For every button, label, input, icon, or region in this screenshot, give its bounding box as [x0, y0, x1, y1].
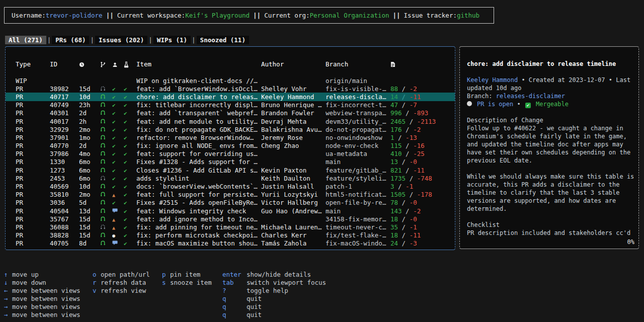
table-row[interactable]: PR 32929 2mo ✔ ✔ fix: do not propagate G… — [6, 125, 455, 133]
tab-all[interactable]: All (271) — [5, 36, 46, 44]
table-row[interactable]: PR 37901 1mo ✔ ✔ refactor: remove Browse… — [6, 133, 455, 141]
merge-status-icon — [100, 126, 106, 132]
row-type: PR — [16, 183, 50, 190]
ci-status-cell: ✔ — [124, 183, 136, 190]
tab-snoozed[interactable]: Snoozed (11) — [197, 36, 249, 44]
ci-status-cell: ✔ — [124, 223, 136, 231]
table-row[interactable]: PR 40017 2h ✔ ✔ feat: add net module to … — [6, 117, 455, 125]
row-branch: html5-notificat… — [326, 191, 390, 198]
row-type: PR — [16, 215, 50, 223]
row-age: 2h — [79, 118, 100, 125]
tab-separator: | — [46, 36, 52, 44]
row-type: PR — [16, 223, 50, 231]
pr-table-panel[interactable]: Type ID Item Author Branch WIP WIP on gi… — [5, 46, 455, 250]
table-row[interactable]: PR 40717 10d ✔ ✔ chore: add disclaimer t… — [6, 93, 455, 101]
row-age: 5d — [79, 199, 100, 206]
check-icon: ✔ — [124, 94, 127, 101]
help-key: v — [93, 287, 101, 295]
review-status-cell: ✔ — [112, 142, 124, 149]
row-branch: fix-is-visible-… — [326, 85, 390, 93]
row-author: Kevin Paxton — [261, 167, 326, 174]
help-label: show/hide details — [247, 271, 311, 279]
row-author: Devraj Mehta — [261, 118, 326, 125]
table-row[interactable]: PR 3036 5d ✔ ✔ Fixes #2515 - Adds openFi… — [6, 199, 455, 207]
check-icon: ✔ — [112, 200, 116, 206]
row-age: 8d — [79, 239, 100, 247]
check-icon: ✔ — [112, 159, 116, 166]
col-header-id: ID — [50, 60, 79, 68]
table-row[interactable]: PR 35810 2mo ▲ ✔ feat: full support for … — [6, 191, 455, 199]
check-icon: ✔ — [124, 184, 127, 190]
row-type: WIP — [16, 77, 50, 85]
help-key: p — [162, 271, 170, 279]
row-author: Bruno Henrique … — [261, 101, 326, 109]
review-status-cell: ✔ — [112, 93, 124, 101]
pr-branch-link[interactable]: releases-disclaimer — [496, 93, 565, 100]
table-row[interactable]: PR 1330 6mo ✔ ✔ Fixes #1328 - Adds suppo… — [6, 158, 455, 166]
table-row[interactable]: PR 40705 8d ✔ fix: macOS maximize button… — [6, 239, 455, 248]
review-status-cell: ▲ — [112, 215, 124, 223]
check-icon: ✔ — [124, 240, 127, 247]
row-branch: fix-macOS-windo… — [326, 239, 390, 247]
help-label: quit — [247, 295, 262, 303]
ci-status-cell: ✔ — [124, 215, 136, 223]
help-entry: →move between views — [4, 295, 93, 303]
table-row[interactable]: PR 40569 10d ✔ ✔ docs: `browserView.webC… — [6, 182, 455, 190]
help-key: q — [222, 295, 247, 303]
table-row[interactable]: WIP WIP on gitkraken-client-docs //… ori… — [6, 76, 455, 85]
row-title: Closes #1236 - Add GitLab API s… — [136, 167, 261, 174]
table-row[interactable]: PR 1273 6mo ✔ ✔ Closes #1236 - Add GitLa… — [6, 166, 455, 174]
check-icon: ✔ — [124, 232, 127, 239]
merge-status-icon — [100, 167, 106, 173]
table-row[interactable]: PR 37986 4mo ✔ ✔ feat: support for overr… — [6, 150, 455, 158]
pr-details-panel[interactable]: chore: add disclaimer to release timelin… — [459, 46, 639, 249]
row-type: PR — [16, 85, 50, 93]
table-row[interactable]: PR 40504 13d ✔ feat: Windows integrity c… — [6, 207, 455, 215]
row-author: Balakrishna Avu… — [261, 126, 326, 133]
row-age: 4mo — [79, 150, 100, 157]
col-header-author: Author — [261, 60, 326, 68]
check-icon: ✔ — [124, 216, 127, 223]
row-branch: releases-discla… — [326, 93, 390, 101]
tab-issues[interactable]: Issues (202) — [95, 36, 147, 44]
row-branch: feature/gitLab_… — [326, 167, 390, 174]
merge-status-cell — [100, 126, 112, 133]
help-entry: →move between views — [4, 303, 93, 311]
row-type: PR — [16, 134, 50, 141]
check-icon: ✔ — [124, 110, 127, 117]
row-branch: webview-transpa… — [326, 109, 390, 117]
help-label: switch viewport focus — [247, 279, 326, 287]
help-key: r — [93, 279, 101, 287]
row-title: Fixes #1328 - Adds support for … — [136, 158, 261, 166]
row-diffstat: 24 / -3 — [390, 239, 455, 247]
ci-status-cell: ✔ — [124, 167, 136, 174]
row-author: Michaela Lauren… — [261, 223, 326, 231]
row-type: PR — [16, 191, 50, 198]
tab-prs[interactable]: PRs (68) — [52, 36, 89, 44]
pr-author-link[interactable]: Keeley Hammond — [467, 76, 518, 84]
table-row[interactable]: PR 36088 15d ▲ ✔ fix: add pinning for ti… — [6, 223, 455, 231]
table-row[interactable]: PR 40770 2d ✔ ✔ fix: ignore all NODE_ en… — [6, 142, 455, 150]
tab-wips[interactable]: WIPs (1) — [153, 36, 191, 44]
table-row[interactable]: PR 35767 15d ▲ ✔ feat: add ignore method… — [6, 215, 455, 223]
ci-status-cell: ✔ — [124, 85, 136, 93]
row-type: PR — [16, 93, 50, 101]
table-row[interactable]: PR 38982 15d ✔ ✔ feat: add `BrowserWindo… — [6, 85, 455, 93]
check-icon: ✔ — [112, 110, 116, 117]
row-author: Victor Hallberg — [261, 199, 326, 206]
merge-status-icon — [100, 109, 106, 115]
table-row[interactable]: PR 40301 2d ✔ ✔ feat: add `transparent` … — [6, 109, 455, 117]
table-row[interactable]: PR 38828 15d ● ✔ fix: perform microtask … — [6, 231, 455, 239]
merge-status-icon — [100, 134, 106, 140]
review-status-cell: ▲ — [112, 223, 124, 231]
help-key: → — [4, 311, 12, 319]
table-row[interactable]: PR 40749 23h ✔ ✔ fix: titlebar incorrect… — [6, 101, 455, 109]
table-row[interactable]: PR 2453 6mo ✔ ✔ adds stylelint Keith Dau… — [6, 174, 455, 182]
row-type: PR — [16, 239, 50, 247]
review-status-cell: ✔ — [112, 175, 124, 182]
row-type: PR — [16, 109, 50, 117]
ci-status-cell: ✔ — [124, 109, 136, 117]
ci-status-cell: ✔ — [124, 142, 136, 149]
row-title: fix: do not propagate GDK_BACKE… — [136, 126, 261, 133]
merge-status-cell — [100, 239, 112, 247]
